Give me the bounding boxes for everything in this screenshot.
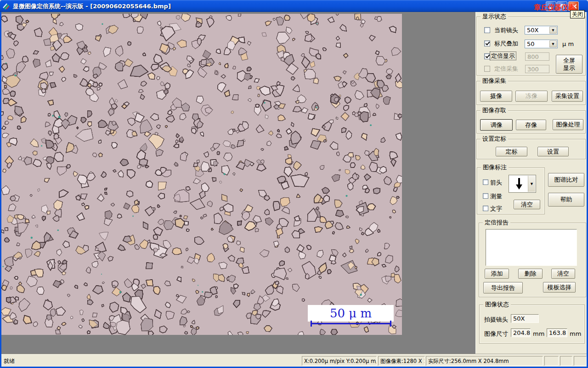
current-lens-checkbox[interactable] [484, 27, 490, 33]
report-delete-button[interactable]: 删除 [518, 269, 543, 279]
fixed-display-label[interactable]: 定倍显示 [490, 52, 516, 60]
current-lens-label[interactable]: 当前镜头 [494, 27, 518, 34]
fullscreen-button-line1: 全屏 [563, 57, 575, 64]
group-report: 定倍报告 添加 删除 清空 导出报告 模板选择 [479, 223, 586, 297]
group-title: 图像状态 [483, 301, 511, 308]
current-lens-select[interactable]: 50X ▼ [525, 26, 558, 34]
status-panel-empty [544, 356, 559, 366]
scale-bar-tick-right [390, 321, 391, 327]
image-process-button[interactable]: 图像处理 [553, 119, 583, 130]
ruler-overlay-label[interactable]: 标尺叠加 [494, 40, 518, 47]
fixed-capture-field: 300 [525, 65, 549, 73]
status-bar: 就绪 X:0.200μ m/pix Y:0.200μ m/pix 图像像素:12… [0, 354, 588, 367]
image-height-field[interactable]: 163.8 [547, 328, 567, 337]
image-width-field[interactable]: 204.8 [511, 328, 531, 337]
atlas-compare-button[interactable]: 图谱比对 [548, 173, 584, 187]
group-image-capture: 图像采集 摄像 冻像 采集设置 [476, 81, 586, 105]
freeze-button: 冻像 [515, 91, 548, 102]
status-panel-empty [560, 356, 572, 366]
group-title: 显示状态 [481, 13, 508, 20]
clear-annotation-button[interactable]: 清空 [514, 200, 540, 209]
micrograph-image[interactable] [1, 14, 402, 335]
scale-bar-label: 50 μ m [308, 305, 394, 322]
report-clear-button[interactable]: 清空 [551, 269, 575, 279]
report-listbox[interactable] [486, 229, 577, 266]
template-select-button[interactable]: 模板选择 [543, 282, 576, 293]
group-image-status: 图像状态 拍摄镜头 50X 图像尺寸 204.8 mm 163.8 mm [479, 305, 585, 344]
fixed-display-checkbox[interactable] [484, 53, 490, 59]
group-title: 图像采集 [481, 77, 508, 85]
arrow-label[interactable]: 箭头 [490, 179, 502, 186]
group-title: 图像存取 [481, 107, 508, 114]
title-bar[interactable]: 显微图像定倍系统--演示版 - [20090602055646.bmp] [0, 0, 588, 12]
shoot-lens-label: 拍摄镜头 [484, 316, 508, 323]
fixed-capture-label: 定倍采集 [494, 65, 518, 72]
ruler-value: 50 [527, 40, 535, 47]
chevron-down-icon[interactable]: ▼ [549, 27, 557, 34]
vendor-watermark: 章丘仪器仪表 [534, 3, 575, 12]
status-actual-size: 实际尺寸:256.0mm X 204.8mm [426, 356, 543, 366]
group-title: 定倍报告 [483, 219, 510, 226]
fullscreen-button[interactable]: 全屏 显示 [556, 55, 582, 74]
group-display-status: 显示状态 当前镜头 50X ▼ 标尺叠加 50 ▼ μ m 定倍显示 800 定… [476, 17, 586, 75]
close-tooltip: 关闭 [570, 10, 585, 18]
text-label[interactable]: 文字 [490, 205, 502, 212]
image-width-unit: mm [533, 330, 544, 337]
fixed-capture-checkbox [484, 66, 490, 72]
group-calibration: 设置定标 定标 设置 [476, 139, 586, 159]
calib-settings-button[interactable]: 设置 [537, 147, 569, 156]
fullscreen-button-line2: 显示 [563, 64, 575, 72]
arrow-style-select[interactable]: ▼ [509, 175, 536, 193]
current-lens-value: 50X [527, 27, 538, 34]
capture-settings-button[interactable]: 采集设置 [552, 91, 583, 102]
window-border-left [0, 12, 1, 367]
load-image-button[interactable]: 调像 [480, 119, 513, 131]
status-resolution: X:0.200μ m/pix Y:0.200μ m/pix [302, 356, 377, 366]
fixed-display-field: 800 [525, 52, 549, 61]
report-add-button[interactable]: 添加 [485, 269, 509, 279]
group-image-storage: 图像存取 调像 存像 图像处理 [476, 110, 586, 133]
chevron-down-icon[interactable]: ▼ [528, 176, 535, 192]
ruler-value-select[interactable]: 50 ▼ [525, 40, 558, 48]
measure-label[interactable]: 测量 [490, 193, 502, 200]
shoot-lens-field[interactable]: 50X [511, 314, 539, 323]
window-title: 显微图像定倍系统--演示版 - [20090602055646.bmp] [13, 2, 171, 11]
ruler-overlay-checkbox[interactable] [484, 40, 490, 46]
group-title: 设置定标 [481, 135, 508, 143]
image-size-label: 图像尺寸 [484, 330, 508, 337]
status-ready: 就绪 [4, 357, 15, 365]
text-checkbox[interactable] [483, 206, 488, 211]
scale-bar-tick-left [311, 321, 312, 327]
calibrate-button[interactable]: 定标 [496, 147, 527, 156]
help-button[interactable]: 帮助 [548, 193, 584, 207]
report-export-button[interactable]: 导出报告 [483, 282, 523, 293]
save-image-button[interactable]: 存像 [516, 120, 546, 130]
ruler-unit-label: μ m [562, 40, 574, 47]
measure-checkbox[interactable] [483, 193, 488, 199]
scale-bar-line [311, 323, 391, 324]
app-window: 显微图像定倍系统--演示版 - [20090602055646.bmp] 章丘仪… [0, 0, 588, 368]
group-title: 图像标注 [481, 164, 509, 171]
down-arrow-icon [514, 178, 524, 190]
arrow-checkbox[interactable] [483, 179, 488, 185]
app-icon [3, 2, 10, 10]
chevron-down-icon[interactable]: ▼ [549, 40, 557, 47]
status-pixels: 图像像素:1280 X 1024 [378, 356, 425, 366]
shoot-button[interactable]: 摄像 [480, 91, 512, 102]
image-height-unit: mm [570, 330, 581, 337]
status-panel-empty [574, 356, 587, 366]
group-annotation: 图像标注 箭头 ▼ 测量 文字 清空 [477, 167, 545, 214]
